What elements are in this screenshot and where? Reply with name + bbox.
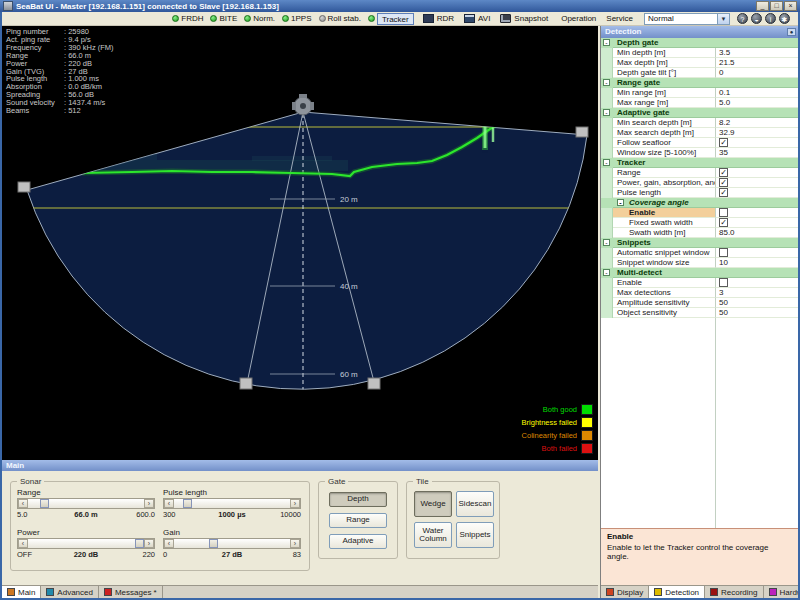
power-slider-thumb[interactable] xyxy=(135,539,144,548)
collapse-icon[interactable]: - xyxy=(603,159,610,166)
group-coverage-angle[interactable]: -Coverage angle xyxy=(601,198,798,208)
slider-right-arrow-icon[interactable]: › xyxy=(144,499,154,508)
gate-handle-bottom-left[interactable] xyxy=(240,378,252,389)
property-value[interactable]: 32.9 xyxy=(715,128,798,138)
pin-icon[interactable]: ● xyxy=(787,28,796,36)
gate-handle-left[interactable] xyxy=(18,182,30,192)
group-tracker[interactable]: -Tracker xyxy=(601,158,798,168)
gate-button-range[interactable]: Range xyxy=(329,513,387,528)
group-multi-detect[interactable]: -Multi-detect xyxy=(601,268,798,278)
property-value[interactable] xyxy=(715,248,798,258)
group-adaptive-gate[interactable]: -Adaptive gate xyxy=(601,108,798,118)
property-value[interactable]: 8.2 xyxy=(715,118,798,128)
slider-right-arrow-icon[interactable]: › xyxy=(290,539,300,548)
tab-label: Advanced xyxy=(57,588,93,597)
menu-service[interactable]: Service xyxy=(602,13,637,25)
group-label: Multi-detect xyxy=(613,268,798,278)
gate-handle-right[interactable] xyxy=(576,127,588,137)
property-value[interactable]: 35 xyxy=(715,148,798,158)
group-depth-gate[interactable]: -Depth gate xyxy=(601,38,798,48)
property-label: Min depth [m] xyxy=(613,48,715,58)
slider-left-arrow-icon[interactable]: ‹ xyxy=(164,539,174,548)
checkbox-unchecked[interactable] xyxy=(719,248,728,257)
property-value[interactable]: ✓ xyxy=(715,178,798,188)
group-snippets[interactable]: -Snippets xyxy=(601,238,798,248)
grid-column-divider[interactable] xyxy=(715,318,716,528)
collapse-icon[interactable]: - xyxy=(617,199,624,206)
checkbox-checked[interactable]: ✓ xyxy=(719,188,728,197)
menu-operation[interactable]: Operation xyxy=(557,13,600,25)
collapse-icon[interactable]: - xyxy=(603,109,610,116)
tile-button-wedge[interactable]: Wedge xyxy=(414,491,452,517)
web-icon[interactable]: ◒ xyxy=(751,13,762,24)
property-value[interactable]: 0.1 xyxy=(715,88,798,98)
checkbox-checked[interactable]: ✓ xyxy=(719,218,728,227)
avi-button[interactable]: AVI xyxy=(462,13,492,25)
main-tab-main[interactable]: Main xyxy=(2,586,41,598)
slider-right-arrow-icon[interactable]: › xyxy=(144,539,154,548)
slider-left-arrow-icon[interactable]: ‹ xyxy=(164,499,174,508)
minimize-button[interactable]: _ xyxy=(756,1,769,11)
main-tab-advanced[interactable]: Advanced xyxy=(41,586,99,598)
property-value[interactable]: ✓ xyxy=(715,168,798,178)
chevron-down-icon[interactable]: ▼ xyxy=(717,14,729,24)
property-value[interactable]: 85.0 xyxy=(715,228,798,238)
property-value[interactable]: ✓ xyxy=(715,138,798,148)
collapse-icon[interactable]: - xyxy=(603,269,610,276)
tile-button-snippets[interactable]: Snippets xyxy=(456,522,494,548)
tracker-toggle-button[interactable]: Tracker xyxy=(377,13,414,25)
property-value[interactable]: 50 xyxy=(715,298,798,308)
tab-label: Detection xyxy=(665,588,699,597)
slider-left-arrow-icon[interactable]: ‹ xyxy=(18,539,28,548)
collapse-icon[interactable]: - xyxy=(603,39,610,46)
checkbox-checked[interactable]: ✓ xyxy=(719,178,728,187)
mode-select[interactable]: Normal ▼ xyxy=(644,13,730,25)
close-button[interactable]: × xyxy=(784,1,797,11)
property-value[interactable]: ✓ xyxy=(715,218,798,228)
property-value[interactable]: 3.5 xyxy=(715,48,798,58)
checkbox-unchecked[interactable] xyxy=(719,278,728,287)
pulse-length-slider-track[interactable]: ‹› xyxy=(163,498,301,509)
property-value[interactable]: 50 xyxy=(715,308,798,318)
detection-tab-display[interactable]: Display xyxy=(601,586,649,598)
gate-button-adaptive[interactable]: Adaptive xyxy=(329,534,387,549)
checkbox-checked[interactable]: ✓ xyxy=(719,168,728,177)
property-value[interactable]: 3 xyxy=(715,288,798,298)
main-icon xyxy=(7,588,15,596)
snapshot-button[interactable]: Snapshot xyxy=(498,13,550,25)
collapse-icon[interactable]: - xyxy=(603,239,610,246)
rdr-button[interactable]: RDR xyxy=(421,13,456,25)
checkbox-unchecked[interactable] xyxy=(719,208,728,217)
gate-handle-bottom-right[interactable] xyxy=(368,378,380,389)
detection-tab-recording[interactable]: Recording xyxy=(705,586,763,598)
gate-button-depth[interactable]: Depth xyxy=(329,492,387,507)
maximize-button[interactable]: □ xyxy=(770,1,783,11)
property-value[interactable]: 21.5 xyxy=(715,58,798,68)
detection-tab-detection[interactable]: Detection xyxy=(649,586,705,598)
slider-right-arrow-icon[interactable]: › xyxy=(290,499,300,508)
tile-button-water-column[interactable]: Water Column xyxy=(414,522,452,548)
settings-icon[interactable]: ✱ xyxy=(779,13,790,24)
property-value[interactable] xyxy=(715,278,798,288)
info-icon[interactable]: i xyxy=(765,13,776,24)
property-value[interactable]: ✓ xyxy=(715,188,798,198)
slider-left-arrow-icon[interactable]: ‹ xyxy=(18,499,28,508)
property-value[interactable]: 10 xyxy=(715,258,798,268)
property-value[interactable] xyxy=(715,208,798,218)
checkbox-checked[interactable]: ✓ xyxy=(719,138,728,147)
group-range-gate[interactable]: -Range gate xyxy=(601,78,798,88)
help-icon[interactable]: ? xyxy=(737,13,748,24)
detection-tab-hardware[interactable]: Hardware xyxy=(764,586,800,598)
pulse-length-slider-thumb[interactable] xyxy=(183,499,192,508)
main-tab-messages[interactable]: Messages * xyxy=(99,586,163,598)
range-slider-track[interactable]: ‹› xyxy=(17,498,155,509)
property-value[interactable]: 5.0 xyxy=(715,98,798,108)
property-value[interactable]: 0 xyxy=(715,68,798,78)
collapse-icon[interactable]: - xyxy=(603,79,610,86)
gain-slider-track[interactable]: ‹› xyxy=(163,538,301,549)
tile-button-sidescan[interactable]: Sidescan xyxy=(456,491,494,517)
power-slider-track[interactable]: ‹› xyxy=(17,538,155,549)
row-margin xyxy=(601,178,613,188)
gain-slider-thumb[interactable] xyxy=(209,539,218,548)
range-slider-thumb[interactable] xyxy=(40,499,49,508)
